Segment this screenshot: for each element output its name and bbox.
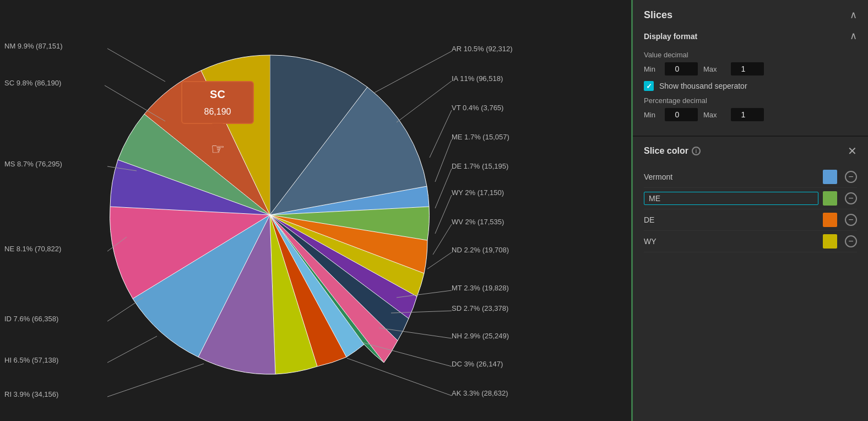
display-format-section: Display format ∧ Value decimal Min Max S… [644, 26, 857, 121]
thousand-separator-checkbox[interactable] [644, 81, 654, 91]
display-format-header: Display format ∧ [644, 26, 857, 45]
label-HI: HI 6.5% (57,138) [4, 356, 58, 364]
line-DE [435, 169, 452, 208]
tooltip-state: SC [210, 88, 225, 100]
value-decimal-label: Value decimal [644, 51, 857, 59]
slice-color-title: Slice color i [644, 146, 701, 156]
line-AR [375, 51, 452, 93]
slice-color-info-icon[interactable]: i [692, 147, 701, 155]
label-RI: RI 3.9% (34,156) [4, 390, 58, 398]
line-ME [435, 139, 452, 182]
slice-color-row-WY: WY − [644, 231, 857, 252]
line-VT [430, 110, 452, 158]
label-DC: DC 3% (26,147) [452, 360, 503, 368]
label-ND: ND 2.2% (19,708) [452, 246, 509, 254]
slices-section: Slices ∧ Display format ∧ Value decimal … [633, 0, 868, 137]
pct-decimal-max-input[interactable] [731, 108, 764, 121]
label-NH: NH 2.9% (25,249) [452, 332, 509, 340]
slice-color-row-ME: − [644, 188, 857, 209]
line-RI [107, 364, 204, 397]
label-VT: VT 0.4% (3,765) [452, 104, 503, 112]
slices-title: Slices [644, 9, 672, 21]
label-IA: IA 11% (96,518) [452, 74, 503, 83]
slice-DE-swatch[interactable] [823, 213, 837, 227]
pct-min-label: Min [644, 111, 659, 119]
slice-color-row-vermont: Vermont − [644, 166, 857, 188]
pie-slices[interactable] [110, 55, 429, 374]
line-AK [347, 358, 452, 396]
label-NE: NE 8.1% (70,822) [4, 245, 61, 253]
line-HI [107, 336, 157, 363]
pct-decimal-min-max-row: Min Max [644, 108, 857, 121]
slice-ME-input-box[interactable] [644, 192, 818, 205]
slice-DE-label: DE [644, 215, 823, 224]
label-ME: ME 1.7% (15,057) [452, 133, 509, 141]
display-format-collapse-button[interactable]: ∧ [850, 30, 857, 42]
value-max-label: Max [703, 65, 725, 73]
line-NM [107, 48, 165, 82]
label-SD: SD 2.7% (23,378) [452, 304, 508, 312]
slice-color-close-button[interactable]: ✕ [848, 144, 857, 158]
right-panel: Slices ∧ Display format ∧ Value decimal … [631, 0, 868, 421]
chart-area: NM 9.9% (87,151) SC 9.8% (86,190) MS 8.7… [0, 0, 631, 421]
label-MT: MT 2.3% (19,828) [452, 284, 509, 292]
slice-vermont-controls: − [823, 170, 857, 184]
value-decimal-min-max-row: Min Max [644, 62, 857, 75]
thousand-separator-row: Show thousand seperator [644, 81, 857, 91]
slice-ME-controls: − [823, 191, 857, 206]
tooltip-value: 86,190 [204, 107, 231, 116]
label-NM: NM 9.9% (87,151) [4, 42, 63, 50]
label-ID: ID 7.6% (66,358) [4, 315, 58, 323]
slice-WY-label: WY [644, 237, 823, 246]
label-SC: SC 9.8% (86,190) [4, 79, 61, 87]
label-WV: WV 2% (17,535) [452, 218, 504, 226]
slice-color-header: Slice color i ✕ [644, 144, 857, 158]
slice-ME-remove-button[interactable]: − [845, 192, 857, 204]
pct-decimal-label: Percentage decimal [644, 96, 857, 105]
line-ND [427, 252, 452, 269]
slice-DE-remove-button[interactable]: − [845, 214, 857, 226]
slice-WY-remove-button[interactable]: − [845, 235, 857, 247]
slice-vermont-remove-button[interactable]: − [845, 171, 857, 183]
value-decimal-min-input[interactable] [665, 62, 698, 75]
label-AK: AK 3.3% (28,632) [452, 389, 508, 397]
cursor-icon: ☞ [211, 141, 225, 158]
pct-max-label: Max [703, 111, 725, 119]
label-WY: WY 2% (17,150) [452, 188, 504, 197]
slice-ME-swatch[interactable] [823, 191, 837, 206]
slices-collapse-button[interactable]: ∧ [850, 9, 857, 21]
line-WV [433, 224, 452, 255]
slices-header: Slices ∧ [644, 9, 857, 21]
slice-vermont-swatch[interactable] [823, 170, 837, 184]
display-format-title: Display format [644, 32, 697, 41]
pie-chart-svg: NM 9.9% (87,151) SC 9.8% (86,190) MS 8.7… [0, 0, 595, 421]
slice-color-panel: Slice color i ✕ Vermont − − DE [633, 137, 868, 421]
pct-decimal-min-input[interactable] [665, 108, 698, 121]
line-ID [107, 298, 143, 321]
label-DE: DE 1.7% (15,195) [452, 162, 508, 170]
slice-vermont-label: Vermont [644, 172, 823, 181]
slice-WY-controls: − [823, 234, 857, 249]
thousand-separator-label: Show thousand seperator [659, 82, 747, 90]
label-MS: MS 8.7% (76,295) [4, 160, 62, 168]
slice-color-row-DE: DE − [644, 209, 857, 231]
slice-ME-text-input[interactable] [649, 194, 813, 203]
slice-WY-swatch[interactable] [823, 234, 837, 249]
line-IA [397, 81, 452, 122]
label-AR: AR 10.5% (92,312) [452, 45, 513, 53]
value-decimal-max-input[interactable] [731, 62, 764, 75]
value-min-label: Min [644, 65, 659, 73]
slice-DE-controls: − [823, 213, 857, 227]
